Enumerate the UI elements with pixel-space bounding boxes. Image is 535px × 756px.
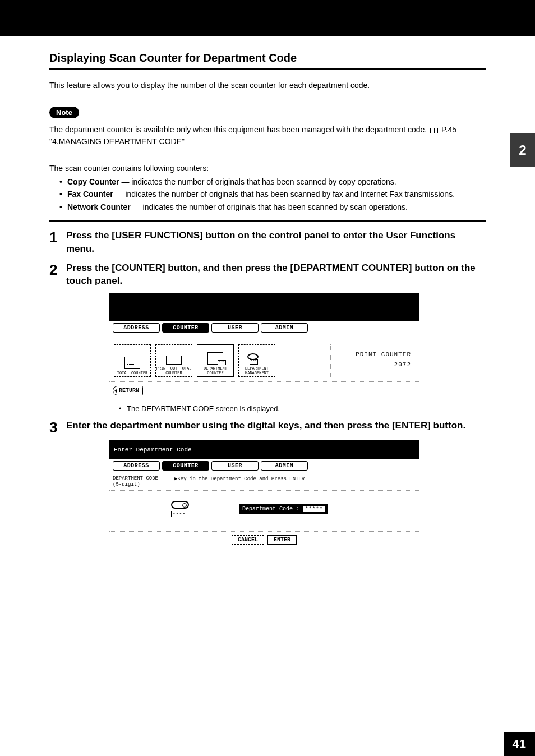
term-copy: Copy Counter [67,177,119,186]
step-1: 1 Press the [USER FUNCTIONS] button on t… [49,229,486,256]
key-glyph: **** [171,501,189,518]
print-counter-label: PRINT COUNTER [331,350,411,360]
tab-row-2: ADDRESS COUNTER USER ADMIN [109,459,419,473]
page-number: 41 [504,732,535,756]
sub-right: ▶Key in the Department Code and Press EN… [174,476,305,488]
screenshot-counter-tab: ADDRESS COUNTER USER ADMIN TOTAL COUNTER… [109,293,419,399]
tab-admin[interactable]: ADMIN [261,323,308,333]
step-2-bullet: The DEPARTMENT CODE screen is displayed. [119,404,486,414]
step-2: 2 Press the [COUNTER] button, and then p… [49,261,486,288]
desc-network: — indicates the number of originals that… [131,202,408,211]
intro-paragraph: This feature allows you to display the n… [49,80,486,91]
tab-user-2[interactable]: USER [211,461,259,471]
step-2-number: 2 [49,261,66,277]
cancel-button[interactable]: CANCEL [232,535,264,545]
book-icon [430,128,438,133]
chapter-tab: 2 [510,133,535,167]
document-icon [124,357,140,369]
tab-address[interactable]: ADDRESS [113,323,160,333]
counter-item-fax: Fax Counter — indicates the number of or… [59,188,486,200]
printer-icon [166,356,182,365]
section-title: Displaying Scan Counter for Department C… [49,52,486,70]
enter-button[interactable]: ENTER [268,535,297,545]
tab-user[interactable]: USER [211,323,259,333]
tab-counter[interactable]: COUNTER [162,323,209,333]
screenshot-header-strip [109,294,419,321]
key-oval-icon [171,501,189,509]
step-2-sub-bullets: The DEPARTMENT CODE screen is displayed. [109,404,486,414]
term-fax: Fax Counter [67,190,113,199]
department-management-button[interactable]: DEPARTMENT MANAGEMENT [238,344,275,377]
dept-counter-label: DEPARTMENT COUNTER [197,367,233,375]
desc-fax: — indicates the number of originals that… [113,190,455,199]
tab-row: ADDRESS COUNTER USER ADMIN [109,321,419,335]
print-counter-value: 2072 [331,360,411,370]
print-out-total-counter-button[interactable]: PRINT OUT TOTAL COUNTER [155,344,192,377]
print-out-label: PRINT OUT TOTAL COUNTER [156,367,192,375]
department-counter-button[interactable]: DEPARTMENT COUNTER [197,344,234,377]
sub-left-b: (5-digit) [113,482,169,488]
key-box-label: **** [171,511,187,517]
tab-counter-2[interactable]: COUNTER [162,461,209,471]
tab-admin-2[interactable]: ADMIN [261,461,308,471]
note-text-pre: The department counter is available only… [49,125,429,134]
sub-left-a: DEPARTMENT CODE [113,476,169,482]
page-content: Displaying Scan Counter for Department C… [0,36,535,548]
step-2-text: Press the [COUNTER] button, and then pre… [66,261,486,288]
dept-mgmt-label: DEPARTMENT MANAGEMENT [239,367,275,375]
step-3-text: Enter the department number using the di… [66,419,465,432]
note-text: The department counter is available only… [49,124,486,147]
document-key-icon [207,352,223,365]
counter-item-copy: Copy Counter — indicates the number of o… [59,176,486,187]
screenshot-dept-code: Enter Department Code ADDRESS COUNTER US… [109,440,419,548]
counters-intro: The scan counter contains following coun… [49,163,486,174]
key-icon [247,352,266,365]
step-3: 3 Enter the department number using the … [49,419,486,435]
desc-copy: — indicates the number of originals that… [119,177,396,186]
dc-label: Department Code : [242,506,299,512]
counter-item-network: Network Counter — indicates the number o… [59,201,486,213]
print-counter-readout: PRINT COUNTER 2072 [330,344,414,377]
total-counter-button[interactable]: TOTAL COUNTER [114,344,151,377]
total-counter-label: TOTAL COUNTER [117,371,148,376]
divider [49,220,486,222]
dc-input-value: ***** [303,506,325,512]
page-top-bar [0,0,535,36]
note-badge: Note [49,107,79,118]
step-1-text: Press the [USER FUNCTIONS] button on the… [66,229,486,256]
tab-address-2[interactable]: ADDRESS [113,461,160,471]
department-code-field[interactable]: Department Code : ***** [239,504,328,514]
return-button[interactable]: RETURN [113,386,143,395]
term-network: Network Counter [67,202,131,211]
step-3-number: 3 [49,419,66,435]
screenshot-2-header: Enter Department Code [109,441,419,459]
counter-list: Copy Counter — indicates the number of o… [49,176,486,213]
step-1-number: 1 [49,229,66,245]
